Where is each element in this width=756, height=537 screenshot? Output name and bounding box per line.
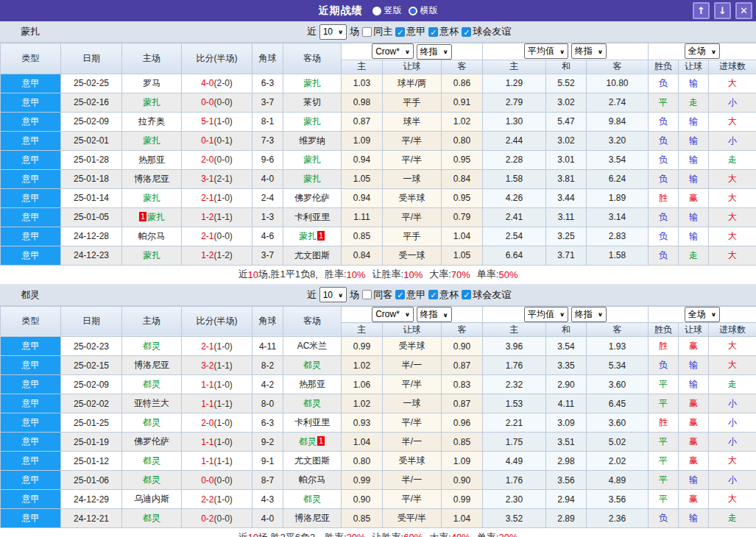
home-team-cell[interactable]: 蒙扎 [122, 131, 182, 150]
checkbox-checked-icon[interactable]: ✓ [462, 27, 471, 37]
league-cell[interactable]: 意甲 [1, 394, 61, 413]
league-cell[interactable]: 意甲 [1, 93, 61, 112]
league-cell[interactable]: 意甲 [1, 471, 61, 490]
league-cell[interactable]: 意甲 [1, 74, 61, 93]
home-team-cell[interactable]: 拉齐奥 [122, 112, 182, 131]
away-team-cell[interactable]: 蒙扎 [283, 169, 342, 188]
euro-home-odds: 1.30 [483, 112, 546, 131]
away-team-cell[interactable]: 尤文图斯 [283, 452, 342, 471]
away-team-cell[interactable]: 蒙扎 [283, 150, 342, 169]
euro-odds-time-select[interactable]: 终指∨ [571, 307, 607, 322]
away-team-cell[interactable]: 博洛尼亚 [283, 509, 342, 528]
checkbox-checked-icon[interactable]: ✓ [462, 290, 471, 299]
same-venue-checkbox[interactable]: 同客 [362, 288, 392, 302]
away-team-cell[interactable]: 维罗纳 [283, 131, 342, 150]
league-cell[interactable]: 意甲 [1, 131, 61, 150]
league-cell[interactable]: 意甲 [1, 509, 61, 528]
away-team-cell[interactable]: 尤文图斯 [283, 246, 342, 265]
home-team-cell[interactable]: 都灵 [122, 471, 182, 490]
league-cell[interactable]: 意甲 [1, 356, 61, 375]
result-scope-select[interactable]: 全场∨ [685, 307, 720, 322]
home-team-cell[interactable]: 1蒙扎 [122, 207, 182, 227]
league-cell[interactable]: 意甲 [1, 150, 61, 169]
move-down-button[interactable]: ↓ [714, 2, 731, 19]
home-team-cell[interactable]: 热那亚 [122, 150, 182, 169]
home-team-cell[interactable]: 帕尔马 [122, 227, 182, 246]
checkbox-unchecked-icon[interactable] [362, 290, 372, 299]
league-friendly-checkbox[interactable]: ✓ 球会友谊 [462, 25, 511, 38]
league-serie-a-checkbox[interactable]: ✓ 意甲 [395, 288, 425, 302]
league-cell[interactable]: 意甲 [1, 490, 61, 509]
asian-odds-time-select[interactable]: 终指∨ [417, 44, 452, 60]
league-cell[interactable]: 意甲 [1, 112, 61, 131]
euro-odds-type-select[interactable]: 平均值∨ [524, 307, 568, 322]
away-team-cell[interactable]: 蒙扎 [283, 74, 342, 93]
away-team-cell[interactable]: 佛罗伦萨 [283, 188, 342, 207]
checkbox-checked-icon[interactable]: ✓ [428, 290, 438, 299]
away-team-cell[interactable]: 热那亚 [283, 375, 342, 394]
league-coppa-checkbox[interactable]: ✓ 意杯 [428, 288, 459, 302]
layout-radio-vertical[interactable]: 竖版 [372, 4, 402, 17]
home-team-cell[interactable]: 蒙扎 [122, 93, 182, 112]
league-coppa-checkbox[interactable]: ✓ 意杯 [428, 25, 459, 38]
home-team-cell[interactable]: 佛罗伦萨 [122, 433, 182, 452]
league-cell[interactable]: 意甲 [1, 188, 61, 207]
league-serie-a-checkbox[interactable]: ✓ 意甲 [395, 25, 425, 38]
away-team-cell[interactable]: 卡利亚里 [283, 413, 342, 433]
away-team-cell[interactable]: 卡利亚里 [283, 207, 342, 227]
asian-odds-time-select[interactable]: 终指∨ [417, 307, 452, 322]
checkbox-checked-icon[interactable]: ✓ [395, 290, 405, 299]
home-team-cell[interactable]: 都灵 [122, 413, 182, 433]
league-cell[interactable]: 意甲 [1, 227, 61, 246]
home-team-cell[interactable]: 乌迪内斯 [122, 490, 182, 509]
away-team-cell[interactable]: 都灵 [283, 394, 342, 413]
home-team-cell[interactable]: 蒙扎 [122, 246, 182, 265]
layout-radio-horizontal[interactable]: 横版 [409, 4, 438, 17]
recent-count-select[interactable]: 10 ∨ [319, 287, 347, 302]
home-team-cell[interactable]: 罗马 [122, 74, 182, 93]
radio-selected-icon[interactable] [372, 7, 381, 15]
checkbox-unchecked-icon[interactable] [362, 27, 372, 37]
euro-home-odds: 1.75 [483, 433, 546, 452]
home-team-cell[interactable]: 博洛尼亚 [122, 356, 182, 375]
league-cell[interactable]: 意甲 [1, 207, 61, 227]
league-friendly-checkbox[interactable]: ✓ 球会友谊 [462, 288, 511, 302]
league-cell[interactable]: 意甲 [1, 375, 61, 394]
move-up-button[interactable]: ↑ [693, 2, 710, 19]
euro-odds-time-select[interactable]: 终指∨ [571, 43, 607, 59]
home-team-cell[interactable]: 都灵 [122, 375, 182, 394]
league-cell[interactable]: 意甲 [1, 413, 61, 433]
away-team-cell[interactable]: 莱切 [283, 93, 342, 112]
away-team-cell[interactable]: 蒙扎1 [283, 227, 342, 246]
full-score: 5-1 [201, 116, 213, 127]
same-venue-checkbox[interactable]: 同主 [362, 25, 392, 38]
league-cell[interactable]: 意甲 [1, 337, 61, 356]
away-team-cell[interactable]: 都灵 [283, 490, 342, 509]
bookmaker-select[interactable]: Crow*∨ [372, 43, 414, 59]
result-handicap: 赢 [679, 413, 709, 433]
home-team-cell[interactable]: 蒙扎 [122, 188, 182, 207]
league-cell[interactable]: 意甲 [1, 246, 61, 265]
close-button[interactable]: ✕ [735, 2, 752, 19]
home-team-cell[interactable]: 都灵 [122, 452, 182, 471]
euro-draw-odds: 3.56 [546, 471, 587, 490]
checkbox-checked-icon[interactable]: ✓ [395, 27, 405, 37]
bookmaker-select[interactable]: Crow*∨ [372, 307, 414, 322]
away-team-cell[interactable]: 都灵1 [283, 433, 342, 452]
away-team-cell[interactable]: 蒙扎 [283, 112, 342, 131]
away-team-cell[interactable]: 帕尔马 [283, 471, 342, 490]
euro-odds-type-select[interactable]: 平均值∨ [524, 43, 568, 59]
league-cell[interactable]: 意甲 [1, 169, 61, 188]
league-cell[interactable]: 意甲 [1, 452, 61, 471]
away-team-cell[interactable]: 都灵 [283, 356, 342, 375]
recent-count-select[interactable]: 10 ∨ [319, 24, 347, 40]
result-scope-select[interactable]: 全场∨ [685, 43, 720, 59]
league-cell[interactable]: 意甲 [1, 433, 61, 452]
radio-unselected-icon[interactable] [409, 7, 417, 15]
home-team-cell[interactable]: 都灵 [122, 509, 182, 528]
checkbox-checked-icon[interactable]: ✓ [428, 27, 438, 37]
away-team-cell[interactable]: AC米兰 [283, 337, 342, 356]
home-team-cell[interactable]: 都灵 [122, 337, 182, 356]
home-team-cell[interactable]: 博洛尼亚 [122, 169, 182, 188]
home-team-cell[interactable]: 亚特兰大 [122, 394, 182, 413]
